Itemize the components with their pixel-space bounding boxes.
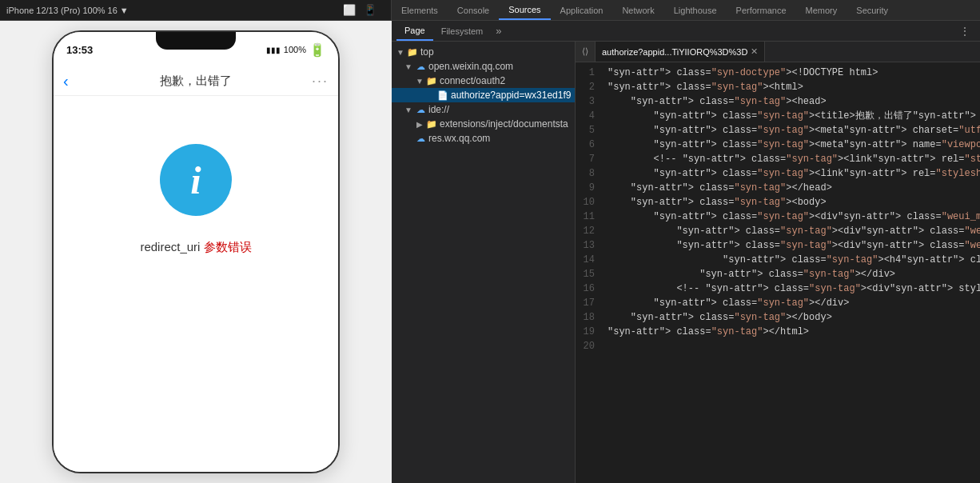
more-tabs-button[interactable]: » — [491, 25, 506, 37]
secondary-tab-bar: Page Filesystem » ⋮ — [392, 21, 980, 42]
error-text: redirect_uri 参数错误 — [140, 240, 251, 255]
folder-icon-oauth2: 📁 — [425, 76, 438, 86]
phone-battery-icon: 🔋 — [309, 42, 325, 58]
tree-item-reswx[interactable]: ☁ res.wx.qq.com — [392, 131, 575, 146]
tab-sources[interactable]: Sources — [499, 0, 550, 20]
code-area: ⟨⟩ authorize?appid...TiYIIORQ%3D%3D ✕ 12… — [576, 42, 980, 483]
tab-elements[interactable]: Elements — [392, 0, 448, 20]
active-file-tab[interactable]: authorize?appid...TiYIIORQ%3D%3D ✕ — [596, 42, 765, 62]
tab-page[interactable]: Page — [396, 21, 433, 41]
tab-network[interactable]: Network — [612, 0, 663, 20]
device-icon[interactable]: 📱 — [362, 2, 378, 18]
phone-emulator-panel: 13:53 ▮▮▮ 100% 🔋 ‹ 抱歉，出错了 ··· i — [0, 21, 392, 483]
tree-item-extensions[interactable]: ▶ 📁 extensions/inject/documentsta — [392, 117, 575, 131]
phone-signal-icon: ▮▮▮ — [266, 46, 281, 54]
tree-arrow-ide: ▼ — [403, 106, 414, 114]
phone-battery: 100% — [284, 45, 306, 54]
tree-label-extensions: extensions/inject/documentsta — [440, 118, 575, 130]
file-icon-authorize: 📄 — [436, 90, 449, 101]
toolbar-icons: ⬜ 📱 — [335, 2, 384, 18]
tab-filesystem[interactable]: Filesystem — [433, 21, 492, 41]
phone-notch — [156, 32, 236, 50]
inspect-icon[interactable]: ⬜ — [341, 2, 357, 18]
phone-time: 13:53 — [66, 44, 93, 56]
tab-lighthouse[interactable]: Lighthouse — [664, 0, 727, 20]
tree-label-authorize: authorize?appid=wx31ed1f9 — [451, 90, 575, 101]
file-tree: ▼ 📁 top ▼ ☁ open.weixin.qq.com ▼ 📁 conne… — [392, 42, 576, 483]
cloud-icon-ide: ☁ — [414, 105, 427, 115]
phone-frame: 13:53 ▮▮▮ 100% 🔋 ‹ 抱歉，出错了 ··· i — [52, 30, 340, 473]
code-content[interactable]: "syn-attr"> class="syn-doctype"><!DOCTYP… — [601, 62, 980, 483]
file-tab-expand-icon[interactable]: ⟨⟩ — [576, 42, 596, 62]
phone-more-button[interactable]: ··· — [312, 73, 329, 90]
top-nav-bar: iPhone 12/13 (Pro) 100% 16 ▼ ⬜ 📱 Element… — [0, 0, 980, 21]
tree-arrow-weixin: ▼ — [403, 62, 414, 71]
tab-memory[interactable]: Memory — [796, 0, 847, 20]
tab-application[interactable]: Application — [551, 0, 613, 20]
device-label: iPhone 12/13 (Pro) 100% 16 ▼ — [6, 6, 129, 15]
tree-arrow-authorize — [425, 91, 436, 100]
info-icon: i — [190, 158, 201, 202]
expand-left-icon: ⟨⟩ — [582, 46, 588, 57]
code-view: 1234567891011121314151617181920 "syn-att… — [576, 62, 980, 483]
file-tab-bar: ⟨⟩ authorize?appid...TiYIIORQ%3D%3D ✕ — [576, 42, 980, 62]
main-content: 13:53 ▮▮▮ 100% 🔋 ‹ 抱歉，出错了 ··· i — [0, 21, 980, 483]
tree-arrow-reswx — [403, 134, 414, 143]
tree-label-oauth2: connect/oauth2 — [440, 75, 575, 86]
phone-page-title: 抱歉，出错了 — [160, 74, 232, 89]
cloud-icon-reswx: ☁ — [414, 134, 427, 144]
tree-item-authorize[interactable]: 📄 authorize?appid=wx31ed1f9 — [392, 88, 575, 102]
tree-arrow-top: ▼ — [395, 48, 406, 57]
tree-arrow-extensions: ▶ — [414, 120, 425, 129]
tab-console[interactable]: Console — [448, 0, 499, 20]
file-tab-close-button[interactable]: ✕ — [751, 46, 758, 57]
cloud-icon-weixin: ☁ — [414, 62, 427, 72]
tree-item-top[interactable]: ▼ 📁 top — [392, 45, 575, 59]
devtools-panel: Page Filesystem » ⋮ ▼ 📁 top ▼ — [392, 21, 980, 483]
device-toolbar: iPhone 12/13 (Pro) 100% 16 ▼ ⬜ 📱 — [0, 0, 392, 20]
phone-content-area: ‹ 抱歉，出错了 ··· i redirect_uri 参数错误 — [54, 67, 338, 472]
tree-label-reswx: res.wx.qq.com — [428, 133, 575, 144]
folder-icon-top: 📁 — [406, 47, 419, 58]
folder-icon-extensions: 📁 — [425, 119, 438, 130]
device-info: iPhone 12/13 (Pro) 100% 16 ▼ — [6, 6, 129, 15]
phone-status-right: ▮▮▮ 100% 🔋 — [266, 42, 325, 58]
tree-arrow-oauth2: ▼ — [414, 77, 425, 86]
tab-performance[interactable]: Performance — [727, 0, 796, 20]
tree-label-weixin: open.weixin.qq.com — [428, 61, 575, 72]
error-detail: 参数错误 — [204, 240, 252, 253]
tree-label-top: top — [420, 46, 575, 58]
devtools-body: ▼ 📁 top ▼ ☁ open.weixin.qq.com ▼ 📁 conne… — [392, 42, 980, 483]
tree-item-weixin[interactable]: ▼ ☁ open.weixin.qq.com — [392, 59, 575, 74]
tree-item-ide[interactable]: ▼ ☁ ide:// — [392, 102, 575, 117]
phone-body: i redirect_uri 参数错误 — [54, 96, 338, 472]
phone-notch-area: 13:53 ▮▮▮ 100% 🔋 — [54, 32, 338, 67]
line-numbers: 1234567891011121314151617181920 — [576, 62, 601, 483]
phone-back-button[interactable]: ‹ — [63, 72, 69, 90]
phone-topbar: ‹ 抱歉，出错了 ··· — [54, 67, 338, 96]
tab-security[interactable]: Security — [847, 0, 898, 20]
file-tab-label: authorize?appid...TiYIIORQ%3D%3D — [602, 47, 747, 57]
tree-label-ide: ide:// — [428, 104, 575, 115]
devtools-tabs: Elements Console Sources Application Net… — [392, 0, 898, 20]
redirect-uri-label: redirect_uri — [140, 240, 203, 253]
tree-item-oauth2[interactable]: ▼ 📁 connect/oauth2 — [392, 74, 575, 88]
tab-kebab-menu[interactable]: ⋮ — [954, 25, 975, 38]
info-icon-circle: i — [160, 144, 232, 216]
